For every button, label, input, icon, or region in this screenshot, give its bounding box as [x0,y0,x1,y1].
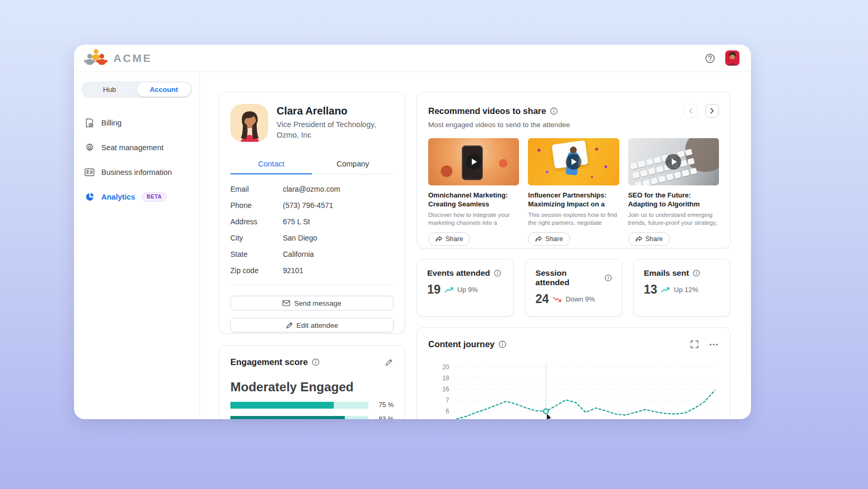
attendee-title: Vice President of Technology, Ozmo, Inc [277,120,376,140]
info-icon [693,269,700,277]
trend-up-icon [661,287,670,293]
pie-chart-icon [84,192,94,202]
sidebar-item-analytics[interactable]: Analytics BETA [81,184,192,209]
content-journey-chart[interactable]: 201816765 [428,361,719,419]
svg-text:16: 16 [442,386,450,393]
share-icon [436,236,442,242]
pencil-icon [286,322,293,329]
tab-contact[interactable]: Contact [230,155,312,174]
tab-company[interactable]: Company [312,155,394,174]
brand: ACME [84,48,152,68]
tab-hub[interactable]: Hub [82,82,137,97]
field-phone: Phone (573) 796-4571 [230,201,394,210]
main-content: Clara Arellano Vice President of Technol… [200,72,751,419]
sidebar-item-label: Seat management [101,143,164,152]
sidebar: Hub Account Billing [74,72,200,419]
video-thumbnail[interactable] [628,138,719,185]
trend-up-icon [444,287,454,293]
edit-attendee-button[interactable]: Edit attendee [230,318,394,332]
mouse-cursor [547,413,552,419]
more-options-icon[interactable] [708,342,719,347]
video-title: Omnichannel Marketing: Creating Seamless… [428,191,519,209]
tab-account[interactable]: Account [137,82,192,97]
videos-title: Recommend videos to share [428,106,546,116]
stat-card-events-attended: Events attended 19 [417,259,514,317]
video-title: SEO for the Future: Adapting to Algorith… [628,191,719,209]
video-description: Join us to understand emerging trends, f… [628,211,719,227]
info-icon [494,269,501,277]
video-thumbnail[interactable] [428,138,519,185]
engagement-score-card: Engagement score Mod [219,345,405,419]
videos-subtitle: Most engaged videos to send to the atten… [428,121,719,129]
attendee-tabs: Contact Company [230,155,394,174]
sidebar-item-label: Billing [101,119,122,127]
beta-badge: BETA [142,192,166,202]
send-message-button[interactable]: Send message [230,296,394,310]
trend-down-icon [553,296,562,303]
gear-icon [84,142,94,152]
sidebar-item-billing[interactable]: Billing [81,110,192,135]
content-journey-card: Content journey [417,327,731,419]
help-icon[interactable] [703,51,717,65]
video-card: Omnichannel Marketing: Creating Seamless… [428,138,519,246]
stat-card-emails-sent: Emails sent 13 [633,259,731,317]
engagement-level: Moderately Engaged [230,380,394,394]
field-city: City San Diego [230,234,394,242]
engagement-bar-83 [230,416,345,420]
people-logo-icon [84,48,108,68]
journey-title: Content journey [428,339,495,349]
info-icon [605,274,612,282]
sidebar-item-business-information[interactable]: Business information [81,160,192,184]
info-icon [550,107,558,115]
sidebar-item-seat-management[interactable]: Seat management [81,135,192,160]
sidebar-item-label: Analytics [101,193,135,201]
share-icon [636,236,642,242]
billing-icon [84,118,94,128]
carousel-next-icon[interactable] [705,104,719,118]
svg-text:7: 7 [446,397,449,404]
engagement-bar-75 [230,402,334,409]
stats-row: Events attended 19 [417,259,731,317]
carousel-prev-icon[interactable] [684,104,697,118]
fullscreen-icon[interactable] [690,339,700,349]
field-zip: Zip code 92101 [230,266,394,275]
info-icon [499,340,506,348]
engagement-title: Engagement score [230,357,308,367]
app-header: ACME [74,45,751,72]
edit-engagement-icon[interactable] [384,358,394,367]
field-address: Address 675 L St [230,217,394,226]
video-description: This session explores how to find the ri… [528,211,619,227]
divider [230,285,394,285]
video-card: Influencer Partnerships: Maximizing Impa… [528,138,619,246]
brand-name: ACME [113,52,152,65]
share-button[interactable]: Share [428,232,470,246]
hub-account-toggle: Hub Account [81,81,192,98]
field-email: Email clara@ozmo.com [230,185,394,193]
attendee-card: Clara Arellano Vice President of Technol… [219,92,405,334]
user-avatar[interactable] [725,50,739,66]
engagement-bar-row: 75 % [230,401,394,409]
svg-text:5: 5 [446,419,449,419]
attendee-avatar [230,104,268,142]
recommend-videos-card: Recommend videos to share [417,92,731,248]
stat-card-session-attended: Session attended 24 [525,259,622,317]
field-state: State California [230,250,394,258]
play-icon [566,154,581,170]
app-window: ACME Hub Account [74,45,751,419]
sidebar-item-label: Business information [101,168,172,176]
share-button[interactable]: Share [528,232,570,246]
svg-text:18: 18 [442,374,450,382]
video-description: Discover how to integrate your marketing… [428,211,519,227]
envelope-icon [282,300,290,306]
id-card-icon [84,167,94,177]
video-thumbnail[interactable] [528,138,619,185]
svg-text:6: 6 [446,408,449,415]
svg-text:20: 20 [442,363,450,371]
share-icon [535,236,542,242]
video-card: SEO for the Future: Adapting to Algorith… [628,138,719,246]
play-icon [466,154,482,170]
attendee-name: Clara Arellano [277,105,376,117]
share-button[interactable]: Share [628,232,670,246]
contact-fields: Email clara@ozmo.com Phone (573) 796-457… [230,185,394,275]
video-title: Influencer Partnerships: Maximizing Impa… [528,191,619,209]
